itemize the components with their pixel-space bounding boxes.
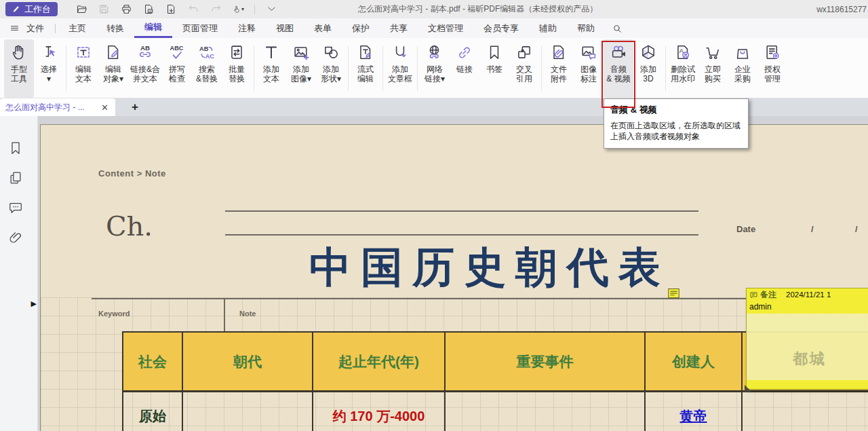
ribbon-button-license[interactable]: 授权 管理 [757, 39, 787, 98]
tab-title: 怎么面对高中学习 - ... [5, 102, 100, 113]
undo-icon[interactable] [187, 3, 199, 16]
menu-item-表单[interactable]: 表单 [304, 18, 342, 38]
add-shape-icon [322, 41, 340, 63]
ribbon-button-cross-ref[interactable]: 交叉 引用 [509, 39, 539, 98]
ribbon-button-enterprise[interactable]: 企业 采购 [728, 39, 757, 98]
table-cell[interactable]: 黄帝 [646, 392, 743, 431]
file-attach-icon [550, 41, 568, 63]
ribbon-button-buy-now[interactable]: 立即 购买 [698, 39, 728, 98]
ribbon-button-spell-check[interactable]: ABC拼写 检查 [162, 39, 192, 98]
pdf-page[interactable]: Content > Note Ch. 中国历史朝代表 Keyword Note … [40, 124, 868, 431]
ribbon-button-image-note[interactable]: 图像 标注 [574, 39, 604, 98]
ribbon-button-label: 链接 [456, 64, 473, 74]
ribbon-button-label: 删除试 用水印 [671, 64, 695, 83]
ribbon-button-file-attach[interactable]: 文件 附件 [544, 39, 574, 98]
ribbon-group: A删除试 用水印立即 购买企业 采购授权 管理 [668, 39, 787, 98]
toolbar-chevron-icon[interactable] [265, 3, 277, 16]
export-page-icon[interactable] [142, 3, 155, 16]
sticky-note-body[interactable]: 都城 [747, 314, 868, 380]
note-annotation-icon[interactable] [668, 288, 679, 299]
attachment-icon[interactable] [8, 230, 23, 245]
image-note-icon [580, 41, 597, 63]
pen-cursor-icon [12, 5, 21, 14]
menu-item-转换[interactable]: 转换 [96, 18, 134, 38]
sticky-note-annotation[interactable]: 备注 2024/11/21 1 admin 都城 [746, 288, 868, 390]
ribbon-button-select-cursor[interactable]: 选择 ▾ [34, 39, 64, 98]
hamburger-icon[interactable] [0, 18, 22, 38]
menu-items: 主页转换编辑页面管理注释视图表单保护共享文档管理会员专享辅助帮助 [58, 18, 605, 38]
ribbon-button-label: 编辑 对象▾ [103, 64, 123, 83]
menu-item-file[interactable]: 文件 [22, 18, 52, 38]
ribbon-group: 添加 文本添加 图像▾添加 形状▾ [256, 39, 346, 98]
redo-icon[interactable] [210, 3, 222, 16]
ribbon-button-add-3d[interactable]: 添加 3D [633, 39, 663, 98]
ribbon-button-label: 链接&合 并文本 [130, 64, 160, 83]
batch-replace-icon [228, 41, 245, 63]
gesture-icon[interactable]: ▾ [232, 3, 244, 16]
ribbon-group: 流式 编辑 [351, 39, 380, 98]
workspace-label: 工作台 [24, 3, 51, 16]
menu-item-主页[interactable]: 主页 [58, 18, 96, 38]
menu-item-会员专享[interactable]: 会员专享 [473, 18, 529, 38]
buy-now-icon [704, 41, 722, 63]
ribbon-button-label: 添加 文本 [263, 64, 279, 83]
comment-icon[interactable] [8, 200, 23, 215]
document-heading: 中国历史朝代表 [309, 239, 670, 296]
ribbon-button-label: 拼写 检查 [169, 64, 185, 83]
edit-text-icon [75, 41, 92, 63]
search-icon[interactable] [605, 18, 629, 38]
ribbon-button-label: 网络 链接▾ [425, 64, 445, 83]
tab-close-icon[interactable]: ✕ [100, 102, 110, 113]
ribbon-button-hand[interactable]: 手型 工具 [4, 39, 34, 98]
open-folder-icon[interactable] [75, 3, 87, 16]
ribbon-button-label: 音频 & 视频 [606, 64, 630, 83]
remove-watermark-icon: A [674, 41, 692, 63]
ribbon-button-add-text[interactable]: 添加 文本 [256, 39, 286, 98]
ribbon-button-audio-video[interactable]: 音频 & 视频音频 & 视频在页面上选取区域，在所选取的区域上插入音频或者视频对… [604, 39, 633, 98]
menu-item-文档管理[interactable]: 文档管理 [418, 18, 473, 38]
menu-item-辅助[interactable]: 辅助 [529, 18, 567, 38]
menu-item-共享[interactable]: 共享 [380, 18, 418, 38]
menu-separator [55, 24, 56, 33]
menu-item-页面管理[interactable]: 页面管理 [172, 18, 228, 38]
ribbon-button-link[interactable]: 链接 [450, 39, 479, 98]
resize-handle[interactable] [745, 385, 751, 392]
ribbon-button-add-image[interactable]: 添加 图像▾ [286, 39, 316, 98]
sticky-note-header[interactable]: 备注 2024/11/21 1 [747, 288, 868, 301]
ribbon-button-batch-replace[interactable]: 批量 替换 [222, 39, 252, 98]
add-page-icon[interactable] [165, 3, 177, 16]
svg-text:AB: AB [140, 44, 150, 52]
panel-expand-icon[interactable]: ▶ [31, 299, 37, 308]
menu-item-视图[interactable]: 视图 [266, 18, 304, 38]
document-tab[interactable]: 怎么面对高中学习 - ... ✕ [0, 98, 115, 116]
menu-item-编辑[interactable]: 编辑 [134, 18, 172, 38]
ribbon-button-label: 流式 编辑 [357, 64, 374, 83]
table-header-cell: 朝代 [183, 333, 313, 390]
ribbon-button-web-link[interactable]: 网络 链接▾ [420, 39, 450, 98]
ribbon-button-label: 授权 管理 [764, 64, 781, 83]
workspace-button[interactable]: 工作台 [5, 2, 58, 16]
ribbon-group-separator [348, 46, 349, 91]
pages-icon[interactable] [8, 170, 23, 185]
ribbon-button-search-replace[interactable]: ABAC搜索 &替换 [192, 39, 222, 98]
ribbon-button-edit-text[interactable]: 编辑 文本 [68, 39, 98, 98]
ribbon-button-link-merge[interactable]: AB链接&合 并文本 [128, 39, 162, 98]
ribbon-button-edit-object[interactable]: 编辑 对象▾ [98, 39, 128, 98]
ribbon-button-article-box[interactable]: 添加 文章框 [385, 39, 415, 98]
bookmark-icon[interactable] [8, 140, 23, 155]
menu-item-保护[interactable]: 保护 [342, 18, 380, 38]
window-title: 怎么面对高中学习 - 副本.pdf - 福昕PDF编辑器（未经授权的产品） [358, 0, 597, 18]
new-tab-button[interactable]: + [115, 98, 155, 116]
save-icon[interactable] [98, 3, 110, 16]
table-cell [183, 392, 313, 431]
ribbon-button-bookmark[interactable]: 书签 [479, 39, 509, 98]
ribbon-button-flow-edit[interactable]: 流式 编辑 [351, 39, 380, 98]
comment-icon [749, 291, 758, 299]
print-icon[interactable] [120, 3, 132, 16]
ribbon-button-add-shape[interactable]: 添加 形状▾ [316, 39, 346, 98]
menu-item-帮助[interactable]: 帮助 [567, 18, 605, 38]
ribbon-button-label: 编辑 文本 [75, 64, 92, 83]
ribbon-button-label: 添加 3D [640, 64, 656, 83]
ribbon-button-remove-watermark[interactable]: A删除试 用水印 [668, 39, 698, 98]
menu-item-注释[interactable]: 注释 [228, 18, 266, 38]
